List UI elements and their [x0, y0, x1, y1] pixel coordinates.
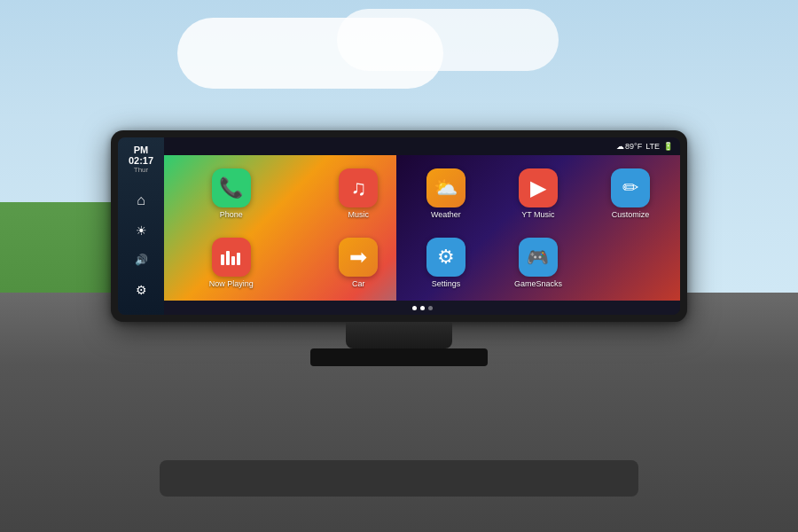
settings-label: Settings [432, 279, 461, 288]
customize-label: Customize [612, 210, 650, 219]
page-indicator [164, 301, 680, 315]
weather-status: ☁ 89°F [616, 142, 642, 151]
nowplaying-label: Now Playing [209, 279, 254, 288]
sidebar-home-icon[interactable]: ⌂ [127, 188, 155, 213]
gamesnacks-label: GameSnacks [514, 279, 562, 288]
car-icon: ➡ [339, 238, 378, 277]
music-label: Music [348, 210, 369, 219]
app-customize[interactable]: ✏ Customize [586, 160, 675, 226]
signal-status: LTE [645, 142, 660, 151]
dash-texture [160, 460, 638, 497]
app-weather[interactable]: ⛅ Weather [402, 160, 490, 226]
app-phone[interactable]: 📞 Phone [169, 160, 293, 226]
sidebar-settings-icon[interactable]: ⚙ [127, 278, 155, 302]
status-bar: ☁ 89°F LTE 🔋 [164, 137, 680, 155]
phone-label: Phone [220, 210, 243, 219]
dot-2[interactable] [420, 306, 425, 310]
app-grid-container: 📞 Phone ♫ Music 🗺 Maps [164, 155, 680, 301]
svg-rect-1 [226, 251, 230, 265]
period-display: PM [129, 145, 153, 155]
sidebar-brightness-icon[interactable]: ☀ [127, 218, 155, 243]
app-settings[interactable]: ⚙ Settings [402, 230, 490, 295]
music-icon: ♫ [339, 168, 378, 207]
phone-icon: 📞 [212, 168, 251, 207]
ytmusic-icon: ▶ [519, 168, 558, 207]
time-display-value: 02:17 [129, 155, 153, 166]
mount-pad [310, 348, 488, 366]
car-label: Car [352, 279, 365, 288]
svg-rect-0 [221, 254, 224, 265]
time-display: PM 02:17 Thur [129, 145, 153, 181]
cloud-icon: ☁ [616, 142, 624, 151]
screen-bezel: PM 02:17 Thur ⌂ ☀ 🔊 ⚙ ☁ 89°F [111, 130, 687, 322]
app-nowplaying[interactable]: Now Playing [169, 230, 293, 295]
mount-base [346, 322, 452, 348]
app-gamesnacks[interactable]: 🎮 GameSnacks [494, 230, 583, 295]
app-ytmusic[interactable]: ▶ YT Music [494, 160, 583, 226]
nowplaying-icon [212, 238, 251, 277]
app-page-2: ⛅ Weather ▶ YT Music ✏ Customize ⚙ [396, 155, 680, 301]
day-display: Thur [129, 166, 153, 174]
svg-rect-3 [237, 253, 240, 265]
sidebar-volume-icon[interactable]: 🔊 [127, 248, 155, 273]
customize-icon: ✏ [611, 168, 650, 207]
main-content: ☁ 89°F LTE 🔋 📞 Phone ♫ [164, 137, 680, 315]
screen: PM 02:17 Thur ⌂ ☀ 🔊 ⚙ ☁ 89°F [118, 137, 680, 315]
sidebar: PM 02:17 Thur ⌂ ☀ 🔊 ⚙ [118, 137, 164, 315]
ytmusic-label: YT Music [521, 210, 554, 219]
weather-label: Weather [431, 210, 461, 219]
dot-1[interactable] [412, 306, 417, 310]
cloud-2 [337, 9, 559, 71]
battery-status: 🔋 [663, 142, 673, 151]
settings-icon: ⚙ [426, 238, 466, 277]
weather-icon: ⛅ [426, 168, 466, 207]
device-mount: PM 02:17 Thur ⌂ ☀ 🔊 ⚙ ☁ 89°F [111, 130, 687, 366]
svg-rect-2 [231, 256, 235, 265]
gamesnacks-icon: 🎮 [519, 238, 558, 277]
temperature-display: 89°F [625, 142, 642, 151]
dot-3[interactable] [428, 306, 433, 310]
